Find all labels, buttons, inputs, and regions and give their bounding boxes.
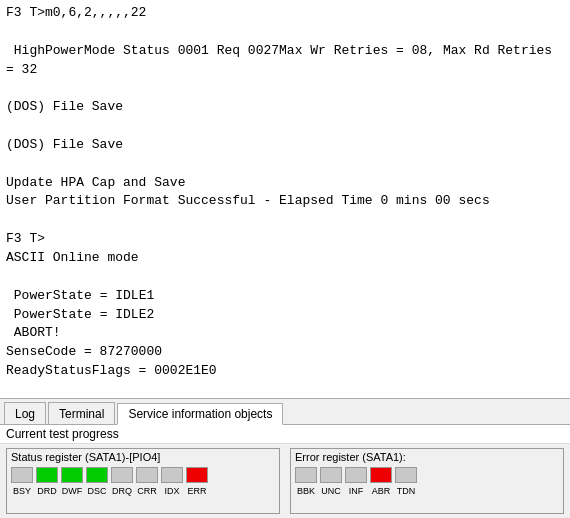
status-led-bsy (11, 467, 33, 483)
error-led-inf (345, 467, 367, 483)
terminal-output: F3 T>m0,6,2,,,,,22 HighPowerMode Status … (0, 0, 570, 399)
status-led-dsc (86, 467, 108, 483)
status-register-group: Status register (SATA1)-[PIO4] BSYDRDDWF… (6, 448, 280, 514)
terminal-text: F3 T>m0,6,2,,,,,22 HighPowerMode Status … (6, 4, 564, 399)
status-label-drd: DRD (36, 486, 58, 496)
status-label-bsy: BSY (11, 486, 33, 496)
status-label-dsc: DSC (86, 486, 108, 496)
tab-log[interactable]: Log (4, 402, 46, 424)
error-register-group: Error register (SATA1): BBKUNCINFABRTDN (290, 448, 564, 514)
error-led-tdn (395, 467, 417, 483)
status-led-idx (161, 467, 183, 483)
error-label-bbk: BBK (295, 486, 317, 496)
status-led-drq (111, 467, 133, 483)
error-register-title: Error register (SATA1): (295, 451, 559, 463)
status-label-dwf: DWF (61, 486, 83, 496)
error-label-inf: INF (345, 486, 367, 496)
error-led-unc (320, 467, 342, 483)
status-led-crr (136, 467, 158, 483)
status-register-labels: BSYDRDDWFDSCDRQCRRIDXERR (11, 486, 275, 496)
error-label-unc: UNC (320, 486, 342, 496)
tabs-bar: LogTerminalService information objects (0, 399, 570, 425)
error-label-abr: ABR (370, 486, 392, 496)
registers-area: Status register (SATA1)-[PIO4] BSYDRDDWF… (0, 444, 570, 518)
status-register-leds (11, 467, 275, 483)
status-bar: Current test progress (0, 425, 570, 444)
error-led-abr (370, 467, 392, 483)
error-label-tdn: TDN (395, 486, 417, 496)
error-led-bbk (295, 467, 317, 483)
error-register-leds (295, 467, 559, 483)
status-label-crr: CRR (136, 486, 158, 496)
status-led-dwf (61, 467, 83, 483)
tab-terminal[interactable]: Terminal (48, 402, 115, 424)
status-register-title: Status register (SATA1)-[PIO4] (11, 451, 275, 463)
status-label-idx: IDX (161, 486, 183, 496)
status-led-err (186, 467, 208, 483)
tab-service-information-objects[interactable]: Service information objects (117, 403, 283, 425)
status-label-drq: DRQ (111, 486, 133, 496)
status-label-err: ERR (186, 486, 208, 496)
error-register-labels: BBKUNCINFABRTDN (295, 486, 559, 496)
current-test-label: Current test progress (6, 427, 119, 441)
status-led-drd (36, 467, 58, 483)
